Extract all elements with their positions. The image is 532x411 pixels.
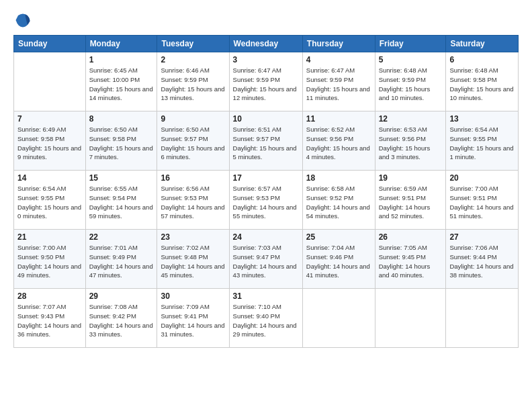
calendar-day-cell: 22Sunrise: 7:01 AMSunset: 9:49 PMDayligh… xyxy=(85,230,157,289)
day-number: 17 xyxy=(233,173,299,183)
day-info: Sunrise: 7:03 AMSunset: 9:47 PMDaylight:… xyxy=(233,243,299,280)
day-info: Sunrise: 6:56 AMSunset: 9:53 PMDaylight:… xyxy=(161,184,225,221)
day-number: 7 xyxy=(17,114,82,124)
weekday-header: Sunday xyxy=(14,36,86,52)
day-number: 13 xyxy=(449,114,515,124)
day-number: 15 xyxy=(89,173,154,183)
day-info: Sunrise: 6:47 AMSunset: 9:59 PMDaylight:… xyxy=(306,66,371,103)
day-number: 10 xyxy=(233,114,299,124)
day-info: Sunrise: 7:10 AMSunset: 9:40 PMDaylight:… xyxy=(233,302,299,339)
day-number: 16 xyxy=(161,173,225,183)
day-info: Sunrise: 6:50 AMSunset: 9:57 PMDaylight:… xyxy=(161,125,225,162)
day-info: Sunrise: 6:50 AMSunset: 9:58 PMDaylight:… xyxy=(89,125,154,162)
page: SundayMondayTuesdayWednesdayThursdayFrid… xyxy=(0,0,532,411)
calendar-day-cell: 28Sunrise: 7:07 AMSunset: 9:43 PMDayligh… xyxy=(14,289,86,348)
calendar-day-cell xyxy=(446,289,519,348)
day-info: Sunrise: 6:52 AMSunset: 9:56 PMDaylight:… xyxy=(306,125,371,162)
calendar-week-row: 1Sunrise: 6:45 AMSunset: 10:00 PMDayligh… xyxy=(14,52,519,111)
day-number: 26 xyxy=(379,232,443,242)
day-number: 14 xyxy=(17,173,82,183)
calendar-table: SundayMondayTuesdayWednesdayThursdayFrid… xyxy=(13,35,519,348)
day-info: Sunrise: 6:54 AMSunset: 9:55 PMDaylight:… xyxy=(17,184,82,221)
weekday-header: Wednesday xyxy=(229,36,302,52)
day-number: 31 xyxy=(233,291,299,301)
calendar-week-row: 7Sunrise: 6:49 AMSunset: 9:58 PMDaylight… xyxy=(14,111,519,171)
day-number: 20 xyxy=(449,173,515,183)
day-info: Sunrise: 7:02 AMSunset: 9:48 PMDaylight:… xyxy=(161,243,225,280)
weekday-header: Monday xyxy=(85,36,157,52)
day-number: 28 xyxy=(17,291,82,301)
day-number: 30 xyxy=(161,291,225,301)
day-info: Sunrise: 7:04 AMSunset: 9:46 PMDaylight:… xyxy=(306,243,371,280)
day-info: Sunrise: 6:48 AMSunset: 9:58 PMDaylight:… xyxy=(449,66,515,103)
day-info: Sunrise: 6:59 AMSunset: 9:51 PMDaylight:… xyxy=(379,184,443,221)
day-number: 2 xyxy=(161,55,225,64)
day-info: Sunrise: 7:00 AMSunset: 9:50 PMDaylight:… xyxy=(17,243,82,280)
day-number: 12 xyxy=(379,114,443,124)
weekday-header: Tuesday xyxy=(157,36,229,52)
calendar-day-cell: 14Sunrise: 6:54 AMSunset: 9:55 PMDayligh… xyxy=(14,171,86,230)
day-info: Sunrise: 7:05 AMSunset: 9:45 PMDaylight:… xyxy=(379,243,443,280)
day-number: 19 xyxy=(379,173,443,183)
day-number: 11 xyxy=(306,114,371,124)
calendar-day-cell: 23Sunrise: 7:02 AMSunset: 9:48 PMDayligh… xyxy=(157,230,229,289)
day-info: Sunrise: 7:01 AMSunset: 9:49 PMDaylight:… xyxy=(89,243,154,280)
day-info: Sunrise: 6:57 AMSunset: 9:53 PMDaylight:… xyxy=(233,184,299,221)
day-info: Sunrise: 7:00 AMSunset: 9:51 PMDaylight:… xyxy=(449,184,515,221)
weekday-header: Saturday xyxy=(446,36,519,52)
calendar-day-cell: 1Sunrise: 6:45 AMSunset: 10:00 PMDayligh… xyxy=(85,52,157,111)
calendar-day-cell: 7Sunrise: 6:49 AMSunset: 9:58 PMDaylight… xyxy=(14,111,86,171)
calendar-day-cell: 30Sunrise: 7:09 AMSunset: 9:41 PMDayligh… xyxy=(157,289,229,348)
calendar-header-row: SundayMondayTuesdayWednesdayThursdayFrid… xyxy=(14,36,519,52)
day-info: Sunrise: 7:08 AMSunset: 9:42 PMDaylight:… xyxy=(89,302,154,339)
day-number: 9 xyxy=(161,114,225,124)
calendar-day-cell: 31Sunrise: 7:10 AMSunset: 9:40 PMDayligh… xyxy=(229,289,302,348)
day-info: Sunrise: 6:55 AMSunset: 9:54 PMDaylight:… xyxy=(89,184,154,221)
calendar-day-cell: 3Sunrise: 6:47 AMSunset: 9:59 PMDaylight… xyxy=(229,52,302,111)
day-info: Sunrise: 6:47 AMSunset: 9:59 PMDaylight:… xyxy=(233,66,299,103)
calendar-day-cell: 29Sunrise: 7:08 AMSunset: 9:42 PMDayligh… xyxy=(85,289,157,348)
calendar-day-cell: 13Sunrise: 6:54 AMSunset: 9:55 PMDayligh… xyxy=(446,111,519,171)
calendar-week-row: 21Sunrise: 7:00 AMSunset: 9:50 PMDayligh… xyxy=(14,230,519,289)
day-number: 18 xyxy=(306,173,371,183)
calendar-day-cell: 20Sunrise: 7:00 AMSunset: 9:51 PMDayligh… xyxy=(446,171,519,230)
day-number: 23 xyxy=(161,232,225,242)
calendar-day-cell: 19Sunrise: 6:59 AMSunset: 9:51 PMDayligh… xyxy=(375,171,446,230)
calendar-day-cell: 5Sunrise: 6:48 AMSunset: 9:59 PMDaylight… xyxy=(375,52,446,111)
day-info: Sunrise: 7:09 AMSunset: 9:41 PMDaylight:… xyxy=(161,302,225,339)
calendar-day-cell: 15Sunrise: 6:55 AMSunset: 9:54 PMDayligh… xyxy=(85,171,157,230)
day-info: Sunrise: 6:54 AMSunset: 9:55 PMDaylight:… xyxy=(449,125,515,162)
day-number: 27 xyxy=(449,232,515,242)
day-number: 24 xyxy=(233,232,299,242)
day-number: 25 xyxy=(306,232,371,242)
calendar-day-cell: 18Sunrise: 6:58 AMSunset: 9:52 PMDayligh… xyxy=(302,171,375,230)
weekday-header: Thursday xyxy=(302,36,375,52)
day-number: 29 xyxy=(89,291,154,301)
day-info: Sunrise: 6:51 AMSunset: 9:57 PMDaylight:… xyxy=(233,125,299,162)
day-number: 1 xyxy=(89,55,154,64)
calendar-day-cell: 16Sunrise: 6:56 AMSunset: 9:53 PMDayligh… xyxy=(157,171,229,230)
calendar-week-row: 28Sunrise: 7:07 AMSunset: 9:43 PMDayligh… xyxy=(14,289,519,348)
day-number: 8 xyxy=(89,114,154,124)
weekday-header: Friday xyxy=(375,36,446,52)
header xyxy=(13,11,519,30)
calendar-day-cell: 12Sunrise: 6:53 AMSunset: 9:56 PMDayligh… xyxy=(375,111,446,171)
day-info: Sunrise: 7:07 AMSunset: 9:43 PMDaylight:… xyxy=(17,302,82,339)
day-number: 3 xyxy=(233,55,299,64)
day-info: Sunrise: 6:48 AMSunset: 9:59 PMDaylight:… xyxy=(379,66,443,103)
day-number: 5 xyxy=(379,55,443,64)
day-number: 6 xyxy=(449,55,515,64)
calendar-day-cell xyxy=(302,289,375,348)
day-info: Sunrise: 6:46 AMSunset: 9:59 PMDaylight:… xyxy=(161,66,225,103)
calendar-week-row: 14Sunrise: 6:54 AMSunset: 9:55 PMDayligh… xyxy=(14,171,519,230)
day-info: Sunrise: 7:06 AMSunset: 9:44 PMDaylight:… xyxy=(449,243,515,280)
calendar-day-cell: 25Sunrise: 7:04 AMSunset: 9:46 PMDayligh… xyxy=(302,230,375,289)
calendar-day-cell: 17Sunrise: 6:57 AMSunset: 9:53 PMDayligh… xyxy=(229,171,302,230)
day-info: Sunrise: 6:53 AMSunset: 9:56 PMDaylight:… xyxy=(379,125,443,162)
calendar-day-cell: 10Sunrise: 6:51 AMSunset: 9:57 PMDayligh… xyxy=(229,111,302,171)
calendar-day-cell: 2Sunrise: 6:46 AMSunset: 9:59 PMDaylight… xyxy=(157,52,229,111)
calendar-day-cell xyxy=(14,52,86,111)
calendar-day-cell: 27Sunrise: 7:06 AMSunset: 9:44 PMDayligh… xyxy=(446,230,519,289)
logo xyxy=(13,11,35,30)
day-number: 4 xyxy=(306,55,371,64)
